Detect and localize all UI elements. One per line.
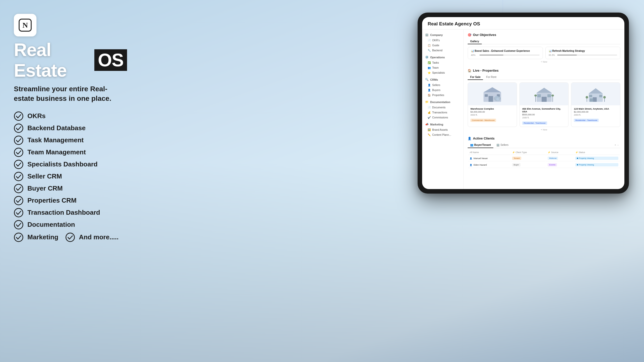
checklist-item: Specialists Dashboard bbox=[14, 160, 127, 169]
building-icon: 🏢 bbox=[425, 33, 429, 36]
checklist-label: And more..... bbox=[79, 233, 118, 241]
svg-point-11 bbox=[14, 220, 23, 229]
svg-rect-26 bbox=[547, 94, 551, 97]
property-tag: Residential - Townhouse bbox=[574, 119, 599, 122]
svg-marker-23 bbox=[537, 88, 552, 93]
check-icon bbox=[14, 111, 23, 121]
sidebar-item-content-plan[interactable]: ✏️ Content Plann... bbox=[422, 132, 463, 137]
property-card-main: 123 Main Street, Anytown, USA $2,000,000… bbox=[571, 82, 620, 127]
sidebar-section-header-crms[interactable]: 🔍 CRMs bbox=[422, 77, 463, 82]
objective-card-refresh: 📊 Refresh Marketing Strategy 33.3% bbox=[545, 47, 621, 59]
sidebar-section-header-company[interactable]: 🏢 Company bbox=[422, 32, 463, 38]
tablet-container: Real Estate Agency OS 🏢 Company 📄 OKR's bbox=[418, 13, 629, 194]
sidebar-section-header-operations[interactable]: ⚙️ Operations bbox=[422, 54, 463, 60]
sidebar-item-label: Documents bbox=[432, 106, 446, 109]
checklist-label: Task Management bbox=[27, 136, 84, 144]
tab-for-rent[interactable]: For Rent bbox=[484, 74, 499, 80]
sidebar-section-crms: 🔍 CRMs 👤 Sellers 👤 Buyers 🏠 bbox=[422, 77, 463, 98]
col-status: ⚡ Status bbox=[574, 150, 620, 155]
sidebar-section-header-marketing[interactable]: 📣 Marketing bbox=[422, 121, 463, 127]
progress-fill bbox=[479, 55, 503, 56]
objectives-title-text: Our Objectives bbox=[473, 33, 496, 37]
clients-section-title: 👤 Active Clients bbox=[468, 137, 620, 140]
property-card-warehouse: Warehouse Complex $4,000,000.00 3000 ft.… bbox=[468, 82, 517, 127]
sidebar-item-tasks[interactable]: ✅ Tasks bbox=[422, 60, 463, 65]
svg-point-13 bbox=[66, 233, 74, 242]
checklist: OKRs Backend Database Task Management Te… bbox=[14, 111, 127, 242]
sidebar-item-sellers[interactable]: 👤 Sellers bbox=[422, 82, 463, 87]
svg-point-12 bbox=[14, 233, 23, 242]
clients-tabs: 👥 Buyer/Tenant 🏢 Sellers + ··· bbox=[468, 142, 620, 148]
property-image-elm bbox=[520, 83, 569, 105]
folder-icon: 📁 bbox=[425, 100, 429, 104]
sidebar-item-backend[interactable]: 🔧 Backend bbox=[422, 48, 463, 53]
property-name: Warehouse Complex bbox=[470, 107, 514, 110]
checklist-label: Team Management bbox=[27, 148, 86, 156]
sidebar-section-operations: ⚙️ Operations ✅ Tasks 👥 Team ⭐ bbox=[422, 54, 463, 75]
left-panel: N Real Estate OS Streamline your entire … bbox=[0, 0, 141, 362]
checklist-item: Buyer CRM bbox=[14, 184, 127, 193]
checklist-label: Transaction Dashboard bbox=[27, 209, 100, 216]
properties-new-btn[interactable]: + New bbox=[468, 127, 620, 132]
objectives-new-btn[interactable]: + New bbox=[468, 59, 620, 65]
check-icon bbox=[14, 135, 23, 145]
sidebar-section-label: CRMs bbox=[430, 78, 438, 81]
sidebar-item-guide[interactable]: 📋 Guide bbox=[422, 43, 463, 48]
plus-icon: + bbox=[615, 144, 616, 146]
sidebar-item-transactions[interactable]: 💰 Transactions bbox=[422, 110, 463, 115]
gear-icon: ⚙️ bbox=[425, 56, 429, 59]
sellers-icon: 👤 bbox=[428, 84, 431, 86]
property-name: 123 Main Street, Anytown, USA bbox=[574, 107, 618, 110]
client-name: 👤 Eden Hazard bbox=[468, 162, 510, 168]
sidebar-item-okrs[interactable]: 📄 OKR's bbox=[422, 38, 463, 43]
sidebar-item-buyers[interactable]: 👤 Buyers bbox=[422, 87, 463, 93]
check-icon bbox=[14, 233, 23, 242]
sidebar-item-brand-assets[interactable]: 🖼️ Brand Assets bbox=[422, 127, 463, 132]
property-name: 456 Elm Avenue, Somewhere City, USA bbox=[522, 107, 566, 113]
properties-grid: Warehouse Complex $4,000,000.00 3000 ft.… bbox=[468, 82, 620, 127]
checklist-item: Seller CRM bbox=[14, 172, 127, 181]
svg-point-10 bbox=[14, 208, 23, 217]
tab-gallery[interactable]: Gallery bbox=[468, 39, 482, 44]
tasks-icon: ✅ bbox=[428, 61, 431, 64]
sidebar-section-company: 🏢 Company 📄 OKR's 📋 Guide 🔧 bbox=[422, 32, 463, 53]
checklist-item: Marketing bbox=[14, 233, 58, 242]
objective-icon: 📊 bbox=[549, 50, 552, 52]
clients-table-controls[interactable]: + ··· bbox=[613, 142, 620, 148]
property-card-elm: 456 Elm Avenue, Somewhere City, USA $500… bbox=[519, 82, 569, 127]
objectives-section: 🎯 Our Objectives Gallery 📊 bbox=[468, 33, 620, 65]
sidebar-item-label: Team bbox=[432, 66, 439, 69]
sidebar-item-specialists[interactable]: ⭐ Specialists bbox=[422, 70, 463, 75]
property-tag: Residential - Townhouse bbox=[522, 121, 547, 125]
checklist-item: OKRs bbox=[14, 111, 127, 121]
svg-marker-15 bbox=[484, 87, 501, 92]
source-badge: Events bbox=[548, 163, 557, 166]
objectives-gallery-row: 📊 Boost Sales - Enhanced Customer Experi… bbox=[468, 47, 620, 59]
sidebar-item-team[interactable]: 👥 Team bbox=[422, 65, 463, 70]
checklist-label: Backend Database bbox=[27, 124, 86, 132]
app-header: Real Estate Agency OS bbox=[422, 17, 624, 29]
clients-section: 👤 Active Clients 👥 Buyer/Tenant 🏢 Seller… bbox=[468, 137, 620, 168]
check-icon bbox=[14, 148, 23, 157]
progress-track bbox=[557, 55, 617, 56]
checklist-item: Transaction Dashboard bbox=[14, 208, 127, 217]
sidebar-item-documents[interactable]: 📄 Documents bbox=[422, 105, 463, 110]
checklist-label: OKRs bbox=[27, 112, 46, 120]
svg-rect-34 bbox=[589, 95, 592, 97]
tab-for-sale[interactable]: For Sale bbox=[468, 74, 483, 80]
source-cell: Referral bbox=[546, 155, 573, 161]
tab-buyer-tenant[interactable]: 👥 Buyer/Tenant bbox=[468, 142, 493, 148]
sidebar-item-properties[interactable]: 🏠 Properties bbox=[422, 93, 463, 98]
tab-for-sale-label: For Sale bbox=[470, 75, 480, 78]
sidebar-section-header-documentation[interactable]: 📁 Documentation bbox=[422, 99, 463, 105]
svg-point-9 bbox=[14, 196, 23, 205]
home-icon: 🏠 bbox=[468, 69, 471, 72]
check-icon bbox=[14, 184, 23, 193]
checklist-item: And more..... bbox=[65, 233, 118, 242]
tab-sellers-label: 🏢 Sellers bbox=[496, 143, 508, 146]
brand-os: OS bbox=[94, 49, 127, 71]
tab-sellers[interactable]: 🏢 Sellers bbox=[494, 142, 511, 148]
property-area: 2000 ft. bbox=[574, 114, 618, 116]
sidebar-item-commissions[interactable]: ✔️ Commissions bbox=[422, 115, 463, 120]
sidebar-item-label: Brand Assets bbox=[432, 128, 448, 131]
